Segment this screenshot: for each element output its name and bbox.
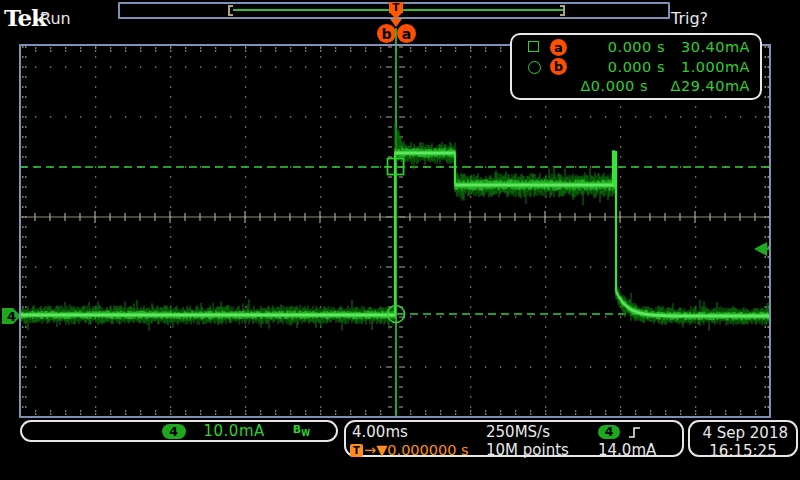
circle-cursor-icon [528, 61, 543, 73]
cursor-delta-value: Δ29.40mA [648, 78, 750, 94]
cursor-readout-box[interactable]: a 0.000 s 30.40mA b 0.000 s 1.000mA Δ0.0… [510, 33, 762, 100]
trigger-t-icon: T [350, 444, 363, 457]
cursor-b-badge-small: b [550, 58, 567, 75]
cursor-a-value: 30.40mA [665, 39, 750, 55]
trigger-source-slot: 4 [598, 425, 678, 440]
trigger-delay-readout: T→▼0.000000 s [350, 442, 486, 458]
cursor-a-row: a 0.000 s 30.40mA [528, 38, 750, 57]
cursor-b-value: 1.000mA [665, 59, 750, 75]
trigger-delay-value: 0.000000 s [387, 442, 468, 458]
arrow-right-icon: → [364, 442, 376, 458]
bandwidth-limit-icon: BW [293, 423, 310, 438]
sample-rate: 250MS/s [486, 423, 598, 441]
cursor-delta-row: Δ0.000 s Δ29.40mA [528, 77, 750, 96]
time-label: 16:15:25 [709, 442, 776, 460]
cursor-a-time: 0.000 s [569, 39, 665, 55]
down-triangle-icon: ▼ [376, 442, 387, 458]
trigger-level: 14.0mA [598, 441, 678, 459]
datetime-box[interactable]: 4 Sep 2018 16:15:25 [688, 420, 798, 457]
date-label: 4 Sep 2018 [702, 424, 790, 442]
bw-letter: B [293, 423, 301, 436]
horizontal-trigger-readout-box[interactable]: 4.00ms 250MS/s 4 T→▼0.000000 s 10M point… [344, 420, 684, 457]
channel-scale: 10.0mA [204, 422, 265, 440]
cursor-b-row: b 0.000 s 1.000mA [528, 57, 750, 76]
trigger-source-badge: 4 [598, 425, 620, 439]
square-cursor-icon [528, 41, 543, 53]
oscilloscope-screen: 4 Tek Run Trig? T b a a 0.000 s 30.40mA … [0, 0, 800, 480]
cursor-b-time: 0.000 s [569, 59, 665, 75]
rising-edge-icon [628, 425, 643, 440]
horizontal-scale: 4.00ms [350, 423, 486, 441]
channel-4-badge: 4 [162, 424, 186, 439]
cursor-a-badge-small: a [550, 39, 567, 56]
channel-readout-box[interactable]: 4 10.0mA BW [20, 420, 338, 442]
record-length: 10M points [486, 441, 598, 459]
channel-4-ground-label: 4 [7, 309, 16, 324]
cursor-delta-time: Δ0.000 s [552, 78, 648, 94]
bw-sub-letter: W [301, 430, 310, 439]
